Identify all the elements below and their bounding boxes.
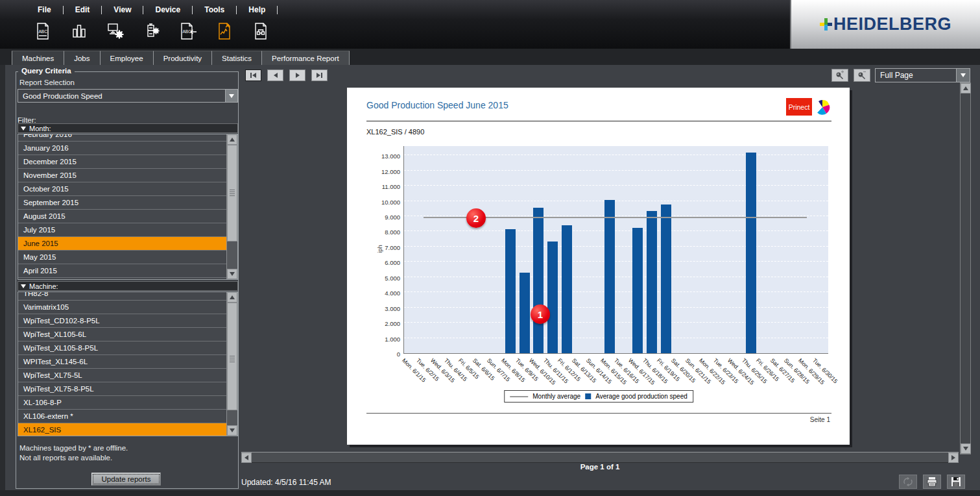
save-button[interactable]: [947, 475, 965, 489]
scroll-left-button[interactable]: [241, 453, 252, 463]
chart-plot: [403, 146, 828, 354]
menu-help[interactable]: Help: [237, 5, 277, 14]
bar-chart-icon[interactable]: [67, 19, 91, 43]
y-axis-label: 12.000: [370, 168, 400, 175]
print-button[interactable]: [923, 475, 941, 489]
list-item[interactable]: June 2015: [18, 237, 226, 251]
list-item[interactable]: TH82-8: [18, 291, 226, 301]
computer-settings-icon[interactable]: [104, 19, 127, 43]
list-item[interactable]: WPITest_XL145-6L: [18, 355, 226, 369]
y-axis-label: 10.000: [370, 199, 400, 206]
page-indicator: Page 1 of 1: [241, 463, 959, 471]
tab-performance-report[interactable]: Performance Report: [262, 51, 350, 65]
prinect-flower-icon: [813, 98, 831, 116]
heidelberg-wordmark: HEIDELBERG: [833, 14, 951, 34]
reports-note: Not all reports are available.: [19, 454, 112, 462]
report-abc-icon[interactable]: ABC: [31, 19, 54, 43]
scrollbar-track[interactable]: [227, 145, 237, 269]
list-item[interactable]: September 2015: [18, 196, 226, 210]
gridline: [404, 170, 828, 171]
list-item[interactable]: January 2016: [18, 142, 226, 155]
horizontal-scrollbar[interactable]: [241, 452, 959, 463]
gridline: [404, 246, 828, 247]
gridline: [404, 291, 828, 292]
first-page-button[interactable]: [245, 69, 261, 81]
report-selection-dropdown-arrow[interactable]: [225, 90, 237, 102]
vertical-scrollbar[interactable]: [960, 82, 971, 454]
list-item[interactable]: October 2015: [18, 182, 226, 196]
performance-report-icon[interactable]: [213, 19, 236, 43]
top-bar: FileEditViewDeviceToolsHelp ABC: [0, 0, 980, 49]
list-item[interactable]: May 2015: [18, 251, 226, 264]
list-item[interactable]: Varimatrix105: [18, 301, 226, 314]
list-item[interactable]: WpiTest_XL75-5L: [18, 369, 226, 382]
gridline: [404, 201, 828, 201]
menu-bar: FileEditViewDeviceToolsHelp: [26, 1, 278, 18]
report-import-icon[interactable]: ABC: [176, 19, 200, 43]
scroll-up-button[interactable]: [961, 83, 971, 93]
list-item[interactable]: WpiTest_XL105-6L: [18, 328, 226, 341]
list-item[interactable]: XL106-extern *: [18, 410, 226, 423]
list-item[interactable]: August 2015: [18, 210, 226, 223]
machine-settings-icon[interactable]: [140, 19, 163, 43]
list-item[interactable]: December 2015: [18, 155, 226, 169]
menu-file[interactable]: File: [26, 5, 63, 14]
scroll-right-button[interactable]: [948, 453, 959, 463]
menu-view[interactable]: View: [102, 5, 143, 14]
month-section-header[interactable]: Month:: [18, 123, 238, 133]
average-line-swatch: [510, 396, 528, 397]
zoom-out-button[interactable]: [854, 69, 870, 82]
tab-productivity[interactable]: Productivity: [154, 51, 212, 65]
list-item[interactable]: XL-106-8-P: [18, 396, 226, 410]
scroll-up-button[interactable]: [227, 134, 237, 145]
refresh-arrows-icon: [902, 477, 914, 487]
scroll-down-button[interactable]: [227, 269, 237, 279]
left-edge-strip: [0, 65, 5, 490]
prinect-logo: Prinect: [786, 98, 812, 116]
menu-device[interactable]: Device: [143, 5, 192, 14]
previous-page-button[interactable]: [267, 69, 283, 81]
collapse-triangle-icon: [21, 127, 26, 130]
scrollbar-thumb[interactable]: [227, 145, 237, 242]
y-axis-label: 6.000: [370, 259, 400, 266]
report-selection-dropdown[interactable]: Good Production Speed: [18, 89, 238, 103]
month-listbox: February 2016January 2016December 2015No…: [18, 134, 238, 280]
next-page-button[interactable]: [289, 69, 305, 81]
list-item[interactable]: April 2015: [18, 264, 226, 278]
heidelberg-plus-icon: [820, 18, 832, 31]
zoom-level-dropdown[interactable]: Full Page: [875, 68, 970, 82]
zoom-level-dropdown-arrow[interactable]: [956, 69, 970, 82]
tab-statistics[interactable]: Statistics: [212, 51, 262, 65]
list-item[interactable]: XL162_SIS: [18, 423, 226, 436]
menu-tools[interactable]: Tools: [193, 5, 236, 14]
arrow-down-icon: [230, 428, 235, 432]
list-item[interactable]: WpiTest_XL105-8-P5L: [18, 341, 226, 355]
report-flow-icon[interactable]: [249, 19, 272, 43]
list-item[interactable]: WpiTest_XL75-8-P5L: [18, 382, 226, 396]
list-item[interactable]: July 2015: [18, 223, 226, 237]
zoom-in-button[interactable]: [831, 69, 848, 82]
list-item[interactable]: February 2016: [18, 134, 226, 142]
chart-bar: [661, 205, 671, 353]
tab-employee[interactable]: Employee: [101, 51, 154, 65]
month-section-label: Month:: [29, 125, 51, 132]
arrow-right-icon: [317, 73, 320, 78]
chart-bar: [647, 211, 657, 353]
bar-series-swatch: [585, 393, 591, 399]
scroll-down-button[interactable]: [961, 443, 971, 454]
tab-machines[interactable]: Machines: [12, 51, 64, 65]
list-item[interactable]: November 2015: [18, 169, 226, 182]
scrollbar-thumb[interactable]: [227, 303, 237, 410]
tab-jobs[interactable]: Jobs: [64, 51, 100, 65]
arrow-down-icon: [963, 447, 968, 451]
scrollbar-track[interactable]: [227, 303, 237, 425]
list-item[interactable]: WpiTest_CD102-8-P5L: [18, 314, 226, 328]
scroll-up-button[interactable]: [227, 292, 237, 303]
scroll-down-button[interactable]: [227, 425, 237, 436]
last-page-button[interactable]: [311, 69, 328, 81]
refresh-button[interactable]: [899, 475, 917, 489]
menu-edit[interactable]: Edit: [64, 5, 102, 14]
machine-section-label: Machine:: [29, 282, 58, 290]
machine-section-header[interactable]: Machine:: [18, 281, 238, 291]
update-reports-button[interactable]: Update reports: [91, 473, 161, 486]
